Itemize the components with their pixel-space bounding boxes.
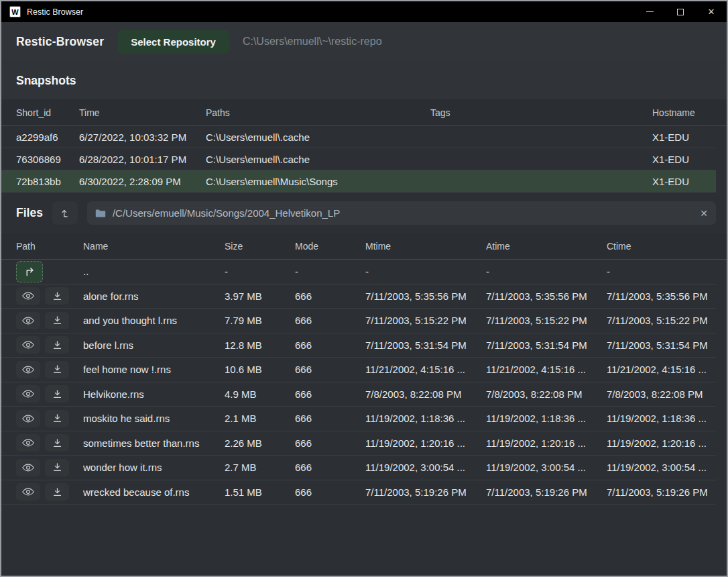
go-up-directory-button[interactable] [16,261,43,282]
file-ctime: 7/11/2003, 5:15:22 PM [607,315,716,326]
clear-path-button[interactable]: ✕ [700,208,708,219]
repository-path: C:\Users\emuell\~\restic-repo [243,36,382,48]
file-atime: 7/11/2003, 5:19:26 PM [486,486,607,498]
download-file-button[interactable] [45,459,69,476]
file-atime: 11/19/2002, 1:18:36 ... [486,413,607,424]
snapshot-short-id: a2299af6 [16,132,79,143]
snapshot-paths: C:\Users\emuell\.cache [206,132,430,143]
file-ctime: 11/19/2002, 1:18:36 ... [607,413,716,424]
file-size: 2.7 MB [225,462,295,473]
snapshot-row[interactable]: 76306869 6/28/2022, 10:01:17 PM C:\Users… [1,148,716,170]
file-mtime: 7/11/2003, 5:31:54 PM [365,339,486,351]
file-row: before l.rns 12.8 MB 666 7/11/2003, 5:31… [1,333,716,358]
preview-file-button[interactable] [16,287,40,305]
column-header-mode: Mode [295,241,365,252]
download-icon [52,462,62,472]
file-mtime: - [365,266,486,277]
file-mode: 666 [295,413,365,424]
close-icon: ✕ [708,7,715,17]
file-mtime: 7/11/2003, 5:15:22 PM [365,315,486,326]
download-file-button[interactable] [45,361,69,378]
snapshot-row[interactable]: a2299af6 6/27/2022, 10:03:32 PM C:\Users… [1,126,716,148]
file-name: feel home now !.rns [83,364,225,375]
file-name: before l.rns [83,339,225,351]
file-mtime: 11/19/2002, 1:18:36 ... [365,413,486,424]
column-header-mtime: Mtime [365,241,486,252]
eye-icon [22,463,34,472]
download-file-button[interactable] [45,434,69,452]
download-icon [52,364,62,374]
file-name: .. [83,266,225,277]
app-logo-icon: W [9,6,21,17]
snapshots-table-body: a2299af6 6/27/2022, 10:03:32 PM C:\Users… [1,126,727,193]
file-name: and you thought l.rns [83,315,225,326]
download-file-button[interactable] [45,287,69,305]
file-mode: 666 [295,339,365,351]
preview-file-button[interactable] [16,361,40,378]
file-ctime: 7/8/2003, 8:22:08 PM [607,388,716,400]
preview-file-button[interactable] [16,385,40,403]
file-row: moskito he said.rns 2.1 MB 666 11/19/200… [1,407,716,431]
download-file-button[interactable] [45,483,69,501]
up-from-line-icon [60,208,70,219]
download-icon [52,389,62,399]
preview-file-button[interactable] [16,434,40,452]
snapshot-row[interactable]: 72b813bb 6/30/2022, 2:28:09 PM C:\Users\… [1,170,716,193]
file-mode: 666 [295,388,365,400]
maximize-button[interactable] [665,1,696,22]
snapshot-time: 6/30/2022, 2:28:09 PM [79,176,206,187]
minimize-icon [646,11,654,12]
file-mtime: 11/19/2002, 3:00:54 ... [365,462,486,473]
file-name: moskito he said.rns [83,413,225,424]
preview-file-button[interactable] [16,312,40,329]
file-mode: 666 [295,364,365,375]
file-ctime: 7/11/2003, 5:31:54 PM [607,339,716,351]
file-atime: 7/11/2003, 5:35:56 PM [486,291,607,302]
download-icon [52,340,62,350]
snapshot-paths: C:\Users\emuell\.cache [206,154,430,165]
close-button[interactable]: ✕ [696,1,727,22]
preview-file-button[interactable] [16,410,40,427]
column-header-short-id: Short_id [16,107,79,118]
preview-file-button[interactable] [16,336,40,354]
column-header-path: Path [16,241,83,252]
column-header-size: Size [225,241,295,252]
files-title: Files [16,206,43,220]
file-atime: 11/19/2002, 1:20:16 ... [486,437,607,449]
column-header-atime: Atime [486,241,607,252]
eye-icon [22,389,34,399]
file-row: wrecked because of.rns 1.51 MB 666 7/11/… [1,480,716,505]
column-header-paths: Paths [206,107,430,118]
download-file-button[interactable] [45,410,69,427]
folder-icon [95,209,106,218]
app-header: Restic-Browser Select Repository C:\User… [1,22,727,61]
file-mtime: 7/8/2003, 8:22:08 PM [365,388,486,400]
files-toolbar: Files /C/Users/emuell/Music/Songs/2004_H… [1,193,727,233]
file-row: and you thought l.rns 7.79 MB 666 7/11/2… [1,309,716,333]
download-file-button[interactable] [45,312,69,329]
minimize-button[interactable] [634,1,665,22]
file-atime: 7/11/2003, 5:31:54 PM [486,339,607,351]
file-atime: 11/19/2002, 3:00:54 ... [486,462,607,473]
file-name: Helvikone.rns [83,388,225,400]
file-ctime: 11/19/2002, 1:20:16 ... [607,437,716,449]
title-bar: W Restic Browser ✕ [1,1,727,22]
corner-up-right-arrow-icon [24,266,36,277]
files-path-text: /C/Users/emuell/Music/Songs/2004_Helveti… [113,207,693,219]
file-mtime: 7/11/2003, 5:35:56 PM [365,291,486,302]
preview-file-button[interactable] [16,483,40,501]
download-file-button[interactable] [45,385,69,403]
file-atime: - [486,266,607,277]
download-file-button[interactable] [45,336,69,354]
snapshot-time: 6/28/2022, 10:01:17 PM [79,154,206,165]
file-mode: 666 [295,462,365,473]
files-path-input[interactable]: /C/Users/emuell/Music/Songs/2004_Helveti… [87,201,716,225]
file-ctime: 11/19/2002, 3:00:54 ... [607,462,716,473]
file-size: 3.97 MB [225,291,295,302]
column-header-hostname: Hostname [652,107,716,118]
download-icon [52,291,62,301]
file-size: 4.9 MB [225,388,295,400]
up-from-line-button[interactable] [52,201,78,225]
select-repository-button[interactable]: Select Repository [117,30,229,54]
preview-file-button[interactable] [16,459,40,476]
